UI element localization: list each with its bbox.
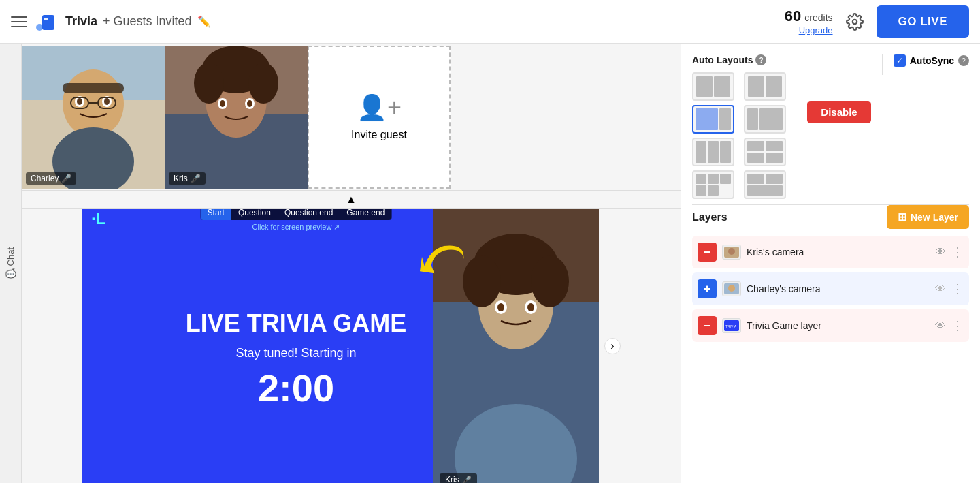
charley-muted-icon: 🎤 — [61, 174, 71, 183]
panel-toggle-wrapper: › — [599, 338, 621, 354]
chat-icon: 💬 — [5, 268, 16, 279]
pip-name-badge: Kris 🎤 — [440, 473, 477, 483]
toggle-chevron-icon: › — [610, 340, 614, 352]
layer-trivia-game: − TRIVIA Trivia Game layer 👁 ⋮ — [692, 309, 969, 342]
autosync-help-icon[interactable]: ? — [958, 55, 969, 66]
svg-point-39 — [728, 248, 735, 255]
go-live-button[interactable]: GO LIVE — [877, 5, 969, 38]
credits-label: credits — [804, 12, 832, 23]
edit-title-icon[interactable]: ✏️ — [197, 15, 211, 28]
svg-rect-2 — [44, 18, 48, 20]
layer-kris-more-icon[interactable]: ⋮ — [951, 245, 964, 260]
layout-thumb-2col[interactable] — [692, 72, 734, 101]
stage-controls: Start Question Question end Game end Cli… — [201, 209, 392, 232]
trivia-content: LIVE TRIVIA GAME Stay tuned! Starting in… — [186, 309, 407, 410]
layer-trivia-name: Trivia Game layer — [747, 320, 930, 331]
layout-thumb-main-side[interactable] — [692, 105, 734, 134]
collapse-strip-button[interactable]: ▲ — [22, 191, 681, 209]
layer-charley-visibility-icon[interactable]: 👁 — [935, 283, 946, 295]
layer-kris-name: Kris's camera — [747, 247, 930, 258]
guest-charley[interactable]: Charley Charley 🎤 — [22, 46, 165, 189]
layer-trivia-visibility-icon[interactable]: 👁 — [935, 320, 946, 332]
svg-point-34 — [497, 303, 504, 311]
right-panel-top: Auto Layouts ? — [681, 44, 980, 204]
app-logo — [34, 10, 59, 34]
layer-kris-visibility-icon[interactable]: 👁 — [935, 246, 946, 258]
svg-point-22 — [248, 63, 278, 104]
charley-name-badge: Charley 🎤 — [26, 172, 76, 185]
layer-charley-name: Charley's camera — [747, 283, 930, 294]
chat-label[interactable]: 💬 Chat — [5, 247, 16, 279]
svg-point-32 — [531, 255, 569, 307]
title-area: Trivia + Guests Invited ✏️ — [65, 14, 211, 29]
svg-point-0 — [36, 24, 43, 31]
invite-guest-label: Invite guest — [351, 129, 407, 141]
layout-thumb-side-main[interactable] — [744, 105, 786, 134]
upgrade-link[interactable]: Upgrade — [799, 25, 833, 35]
screen-preview-link[interactable]: Click for screen preview ↗ — [252, 223, 340, 232]
autosync-row: ✓ AutoSync ? — [894, 54, 969, 67]
layer-charley-add-button[interactable]: + — [698, 279, 717, 298]
layers-title: Layers — [692, 211, 728, 223]
kris-name: Kris — [174, 174, 188, 183]
credits-area: 60 credits Upgrade — [785, 7, 833, 35]
stage-wrapper: Start Question Question end Game end Cli… — [22, 209, 681, 483]
svg-point-21 — [194, 63, 224, 104]
disable-button-area: Disable — [807, 54, 870, 123]
right-panel-toggle[interactable]: › — [604, 338, 621, 354]
page-subtitle: + Guests Invited — [103, 14, 192, 29]
svg-point-41 — [728, 285, 735, 292]
main-content: 💬 Chat — [0, 44, 980, 483]
svg-point-3 — [852, 19, 857, 24]
stage: Start Question Question end Game end Cli… — [82, 209, 599, 483]
layer-kris-preview — [722, 245, 741, 260]
checkmark-icon: ✓ — [896, 56, 903, 65]
layers-header: Layers ⊞ New Layer — [692, 205, 969, 229]
trivia-timer: 2:00 — [186, 366, 407, 410]
charley-name: Charley — [31, 174, 59, 183]
stage-question-button[interactable]: Question — [231, 209, 278, 220]
auto-layouts-title: Auto Layouts ? — [692, 54, 791, 65]
layer-kris-remove-button[interactable]: − — [698, 243, 717, 262]
svg-point-36 — [527, 303, 534, 311]
layout-thumb-2col-b[interactable] — [744, 72, 786, 101]
autosync-checkbox[interactable]: ✓ — [894, 54, 906, 67]
page-title: Trivia — [65, 14, 97, 29]
svg-rect-1 — [42, 15, 54, 30]
svg-text:TRIVIA: TRIVIA — [725, 324, 737, 328]
layout-thumb-3col[interactable] — [692, 138, 734, 166]
stage-question-end-button[interactable]: Question end — [278, 209, 340, 220]
svg-point-12 — [104, 98, 110, 105]
kris-name-badge: Kris 🎤 — [169, 172, 206, 185]
credits-count: 60 — [785, 7, 801, 25]
new-layer-button[interactable]: ⊞ New Layer — [887, 205, 969, 229]
layout-thumb-5col[interactable] — [692, 170, 734, 199]
guest-kris[interactable]: Kris 🎤 — [165, 46, 308, 189]
new-layer-plus-icon: ⊞ — [898, 211, 906, 223]
preview-area: Charley Charley 🎤 — [22, 44, 681, 483]
layer-trivia-more-icon[interactable]: ⋮ — [951, 318, 964, 333]
stage-start-button[interactable]: Start — [201, 209, 231, 220]
disable-button[interactable]: Disable — [807, 101, 870, 123]
invite-guest-button[interactable]: 👤+ Invite guest — [308, 46, 451, 189]
layout-thumb-alt[interactable] — [744, 170, 786, 199]
svg-point-26 — [247, 100, 252, 107]
invite-guest-icon: 👤+ — [357, 93, 402, 122]
trivia-title: LIVE TRIVIA GAME — [186, 309, 407, 338]
header-left: Trivia + Guests Invited ✏️ — [11, 10, 397, 34]
kris-muted-icon: 🎤 — [191, 174, 201, 183]
right-panel: Auto Layouts ? — [681, 44, 980, 483]
layer-charley-more-icon[interactable]: ⋮ — [951, 281, 964, 296]
chat-sidebar[interactable]: 💬 Chat — [0, 44, 22, 483]
collapse-icon: ▲ — [346, 193, 357, 205]
auto-layouts-help-icon[interactable]: ? — [755, 54, 766, 65]
hamburger-menu-icon[interactable] — [11, 14, 27, 30]
settings-icon[interactable] — [844, 11, 866, 33]
stage-game-end-button[interactable]: Game end — [340, 209, 391, 220]
layer-trivia-remove-button[interactable]: − — [698, 316, 717, 335]
auto-layouts-section: Auto Layouts ? — [692, 54, 791, 199]
layout-thumb-grid[interactable] — [744, 138, 786, 166]
trivia-subtitle: Stay tuned! Starting in — [186, 346, 407, 360]
layers-section: Layers ⊞ New Layer − Kris's camera 👁 — [681, 205, 980, 483]
autosync-label: AutoSync — [910, 55, 954, 66]
